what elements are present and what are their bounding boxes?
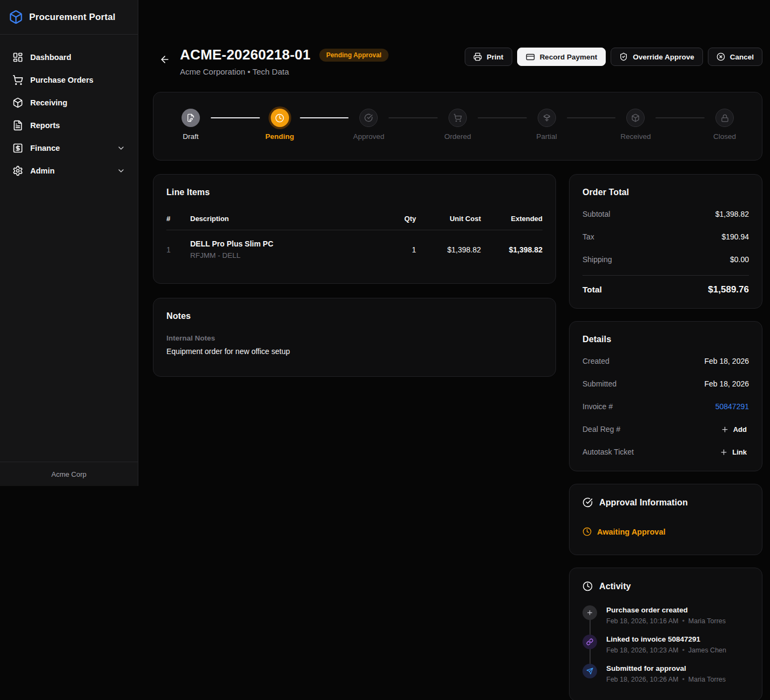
sidebar-item-label: Dashboard xyxy=(30,53,125,62)
shipping-row: Shipping $0.00 xyxy=(582,254,749,265)
submitted-value: Feb 18, 2026 xyxy=(704,379,749,388)
step-approved: Approved xyxy=(353,109,384,141)
table-row: 1 DELL Pro Plus Slim PC RFJMM - DELL 1 $… xyxy=(166,230,543,268)
line-items-title: Line Items xyxy=(166,188,543,197)
deal-reg-row: Deal Reg # Add xyxy=(582,423,749,435)
list-item: Purchase order created Feb 18, 2026, 10:… xyxy=(582,605,749,625)
line-num: 1 xyxy=(166,230,190,268)
step-draft: Draft xyxy=(175,109,206,141)
step-partial: Partial xyxy=(531,109,563,141)
printer-icon xyxy=(473,52,482,61)
link-autotask-button[interactable]: Link xyxy=(718,447,749,457)
clock-icon xyxy=(582,581,593,591)
event-title: Purchase order created xyxy=(606,606,726,614)
plus-icon xyxy=(721,425,729,434)
package-icon xyxy=(12,97,23,108)
file-pen-icon xyxy=(182,109,200,127)
activity-card: Activity Purchase order created Feb 18, … xyxy=(569,568,762,700)
main-content: ACME-20260218-01 Pending Approval Acme C… xyxy=(138,0,770,700)
submitted-label: Submitted xyxy=(582,379,617,388)
col-qty: Qty xyxy=(369,210,416,230)
event-user: James Chen xyxy=(688,646,726,654)
override-approve-button[interactable]: Override Approve xyxy=(611,48,703,66)
total-value: $1,589.76 xyxy=(708,284,749,295)
record-payment-button[interactable]: Record Payment xyxy=(517,48,606,66)
step-label: Closed xyxy=(713,132,736,141)
line-items-card: Line Items # Description Qty Unit Cost E… xyxy=(153,174,556,284)
x-circle-icon xyxy=(717,52,725,61)
arrow-left-icon xyxy=(159,54,170,65)
add-deal-reg-button[interactable]: Add xyxy=(719,424,749,435)
plus-icon xyxy=(720,448,728,456)
order-total-card: Order Total Subtotal $1,398.82 Tax $190.… xyxy=(569,174,762,309)
step-closed: Closed xyxy=(709,109,740,141)
order-total-title: Order Total xyxy=(582,188,749,197)
line-unit-cost: $1,398.82 xyxy=(416,230,481,268)
line-extended: $1,398.82 xyxy=(481,230,543,268)
details-title: Details xyxy=(582,335,749,344)
sidebar-item-label: Reports xyxy=(30,121,125,130)
shipping-label: Shipping xyxy=(582,255,612,264)
record-payment-label: Record Payment xyxy=(540,53,598,61)
invoice-number-link[interactable]: 50847291 xyxy=(715,402,749,411)
event-meta: Feb 18, 2026, 10:26 AM•Maria Torres xyxy=(606,676,726,683)
dollar-square-icon xyxy=(12,143,23,154)
subtotal-label: Subtotal xyxy=(582,210,610,218)
sidebar-header: Procurement Portal xyxy=(0,0,138,35)
back-button[interactable] xyxy=(157,52,172,67)
subtotal-value: $1,398.82 xyxy=(715,210,749,218)
col-unit-cost: Unit Cost xyxy=(416,210,481,230)
shield-check-icon xyxy=(619,52,628,61)
sidebar-item-label: Purchase Orders xyxy=(30,76,125,84)
package-icon xyxy=(626,109,645,127)
page-header: ACME-20260218-01 Pending Approval Acme C… xyxy=(153,46,762,76)
step-label: Pending xyxy=(265,132,294,141)
plus-icon xyxy=(582,605,597,620)
list-item: Submitted for approval Feb 18, 2026, 10:… xyxy=(582,664,749,683)
override-approve-label: Override Approve xyxy=(633,53,694,61)
app-title: Procurement Portal xyxy=(29,12,116,23)
page-subtitle: Acme Corporation • Tech Data xyxy=(180,67,389,76)
total-row: Total $1,589.76 xyxy=(582,284,749,295)
event-timestamp: Feb 18, 2026, 10:23 AM xyxy=(606,646,678,654)
status-stepper-card: Draft Pending Approved Ord xyxy=(153,92,762,161)
sidebar-item-label: Admin xyxy=(30,166,110,175)
status-badge: Pending Approval xyxy=(319,49,389,62)
step-label: Received xyxy=(620,132,651,141)
sidebar-item-purchase-orders[interactable]: Purchase Orders xyxy=(6,69,131,91)
invoice-label: Invoice # xyxy=(582,402,613,411)
dashboard-icon xyxy=(12,52,23,63)
bullet-separator: • xyxy=(682,676,684,683)
sidebar-item-finance[interactable]: Finance xyxy=(6,137,131,159)
cancel-button[interactable]: Cancel xyxy=(708,48,762,66)
col-description: Description xyxy=(190,210,369,230)
link-label: Link xyxy=(732,448,747,456)
internal-notes-label: Internal Notes xyxy=(166,334,543,342)
notes-card: Notes Internal Notes Equipment order for… xyxy=(153,298,556,377)
sidebar-item-reports[interactable]: Reports xyxy=(6,115,131,136)
line-description: DELL Pro Plus Slim PC xyxy=(190,239,369,248)
print-button[interactable]: Print xyxy=(465,48,512,66)
deal-reg-label: Deal Reg # xyxy=(582,425,620,434)
link-icon xyxy=(582,635,597,649)
sidebar-item-receiving[interactable]: Receiving xyxy=(6,92,131,114)
event-user: Maria Torres xyxy=(688,676,726,683)
approval-card: Approval Information Awaiting Approval xyxy=(569,484,762,555)
package-open-icon xyxy=(538,109,556,127)
event-timestamp: Feb 18, 2026, 10:16 AM xyxy=(606,617,678,625)
credit-card-icon xyxy=(526,52,535,62)
header-actions: Print Record Payment Override Approve Ca… xyxy=(465,48,762,66)
step-pending: Pending xyxy=(264,109,296,141)
created-label: Created xyxy=(582,357,610,365)
step-label: Partial xyxy=(537,132,557,141)
check-circle-icon xyxy=(359,109,378,127)
total-label: Total xyxy=(582,285,602,295)
bullet-separator: • xyxy=(682,617,684,625)
sidebar-item-dashboard[interactable]: Dashboard xyxy=(6,46,131,68)
step-ordered: Ordered xyxy=(442,109,473,141)
event-user: Maria Torres xyxy=(688,617,726,625)
list-item: Linked to invoice 50847291 Feb 18, 2026,… xyxy=(582,635,749,654)
event-meta: Feb 18, 2026, 10:16 AM•Maria Torres xyxy=(606,617,726,625)
sidebar-item-admin[interactable]: Admin xyxy=(6,160,131,182)
chevron-down-icon xyxy=(117,144,125,152)
